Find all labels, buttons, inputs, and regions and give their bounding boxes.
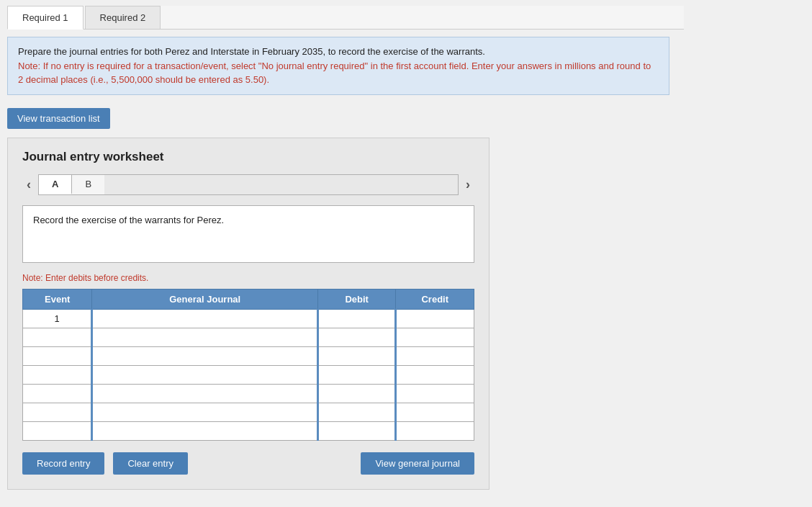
debit-cell[interactable] [317, 421, 396, 440]
credit-cell[interactable] [396, 403, 474, 421]
debit-cell[interactable] [317, 403, 396, 421]
debit-input[interactable] [319, 403, 395, 421]
general-journal-input[interactable] [93, 328, 317, 346]
general-journal-input[interactable] [93, 347, 317, 365]
debit-input[interactable] [319, 347, 395, 365]
general-journal-cell[interactable] [92, 421, 318, 440]
event-cell [23, 346, 92, 365]
table-row [23, 328, 474, 346]
debit-input[interactable] [319, 422, 395, 440]
general-journal-input[interactable] [93, 310, 317, 328]
general-journal-cell[interactable] [92, 403, 318, 421]
debit-cell[interactable] [317, 384, 396, 403]
table-row [23, 365, 474, 384]
worksheet-container: Journal entry worksheet ‹ A B › Record t… [7, 138, 490, 490]
credit-input[interactable] [397, 310, 474, 328]
info-line1: Prepare the journal entries for both Per… [18, 45, 659, 59]
general-journal-cell[interactable] [92, 309, 318, 328]
general-journal-cell[interactable] [92, 365, 318, 384]
credit-cell[interactable] [396, 421, 474, 440]
debit-input[interactable] [319, 328, 395, 346]
debit-input[interactable] [319, 385, 395, 403]
table-row [23, 384, 474, 403]
credit-input[interactable] [397, 385, 474, 403]
info-box: Prepare the journal entries for both Per… [7, 37, 669, 95]
col-general-journal: General Journal [92, 289, 318, 309]
nav-next-arrow[interactable]: › [461, 177, 474, 192]
col-credit: Credit [396, 289, 474, 309]
worksheet-tab-b[interactable]: B [72, 175, 104, 194]
worksheet-tabs: A B [38, 174, 459, 195]
col-event: Event [23, 289, 92, 309]
nav-prev-arrow[interactable]: ‹ [22, 177, 35, 192]
debit-input[interactable] [319, 310, 395, 328]
worksheet-nav: ‹ A B › [22, 174, 474, 195]
credit-input[interactable] [397, 403, 474, 421]
view-general-journal-button[interactable]: View general journal [361, 452, 474, 475]
credit-cell[interactable] [396, 309, 474, 328]
table-row [23, 421, 474, 440]
general-journal-cell[interactable] [92, 346, 318, 365]
top-tabs: Required 1 Required 2 [7, 6, 684, 30]
tab-required-2[interactable]: Required 2 [85, 6, 161, 29]
debit-cell[interactable] [317, 346, 396, 365]
info-line2: Note: If no entry is required for a tran… [18, 59, 659, 87]
credit-input[interactable] [397, 422, 474, 440]
clear-entry-button[interactable]: Clear entry [113, 452, 188, 475]
event-cell: 1 [23, 309, 92, 328]
event-cell [23, 403, 92, 421]
event-cell [23, 365, 92, 384]
event-cell [23, 384, 92, 403]
debit-cell[interactable] [317, 309, 396, 328]
debit-cell[interactable] [317, 328, 396, 346]
tab-required-1[interactable]: Required 1 [7, 6, 84, 30]
description-text: Record the exercise of the warrants for … [33, 215, 224, 225]
debit-input[interactable] [319, 366, 395, 384]
event-cell [23, 421, 92, 440]
table-row [23, 403, 474, 421]
journal-table: Event General Journal Debit Credit 1 [22, 289, 474, 441]
general-journal-cell[interactable] [92, 328, 318, 346]
credit-cell[interactable] [396, 365, 474, 384]
credit-input[interactable] [397, 366, 474, 384]
view-transaction-button[interactable]: View transaction list [7, 108, 110, 129]
general-journal-cell[interactable] [92, 384, 318, 403]
general-journal-input[interactable] [93, 403, 317, 421]
credit-input[interactable] [397, 347, 474, 365]
event-cell [23, 328, 92, 346]
col-debit: Debit [317, 289, 396, 309]
record-entry-button[interactable]: Record entry [22, 452, 104, 475]
worksheet-title: Journal entry worksheet [22, 150, 474, 164]
table-row [23, 346, 474, 365]
credit-cell[interactable] [396, 346, 474, 365]
debit-cell[interactable] [317, 365, 396, 384]
general-journal-input[interactable] [93, 385, 317, 403]
buttons-row: Record entry Clear entry View general jo… [22, 452, 474, 475]
table-row: 1 [23, 309, 474, 328]
general-journal-input[interactable] [93, 422, 317, 440]
description-box: Record the exercise of the warrants for … [22, 205, 474, 263]
general-journal-input[interactable] [93, 366, 317, 384]
credit-cell[interactable] [396, 384, 474, 403]
worksheet-tab-a[interactable]: A [39, 175, 72, 194]
note-text: Note: Enter debits before credits. [22, 273, 474, 283]
credit-input[interactable] [397, 328, 474, 346]
credit-cell[interactable] [396, 328, 474, 346]
